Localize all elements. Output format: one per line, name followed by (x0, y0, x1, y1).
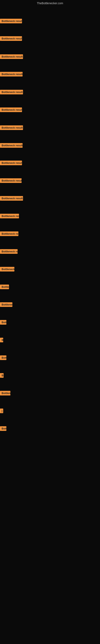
bottleneck-badge-row: Bottleneck result (0, 19, 22, 24)
bottleneck-badge-row: Bo (0, 373, 3, 378)
bottleneck-badge-row: Bottleneck result (0, 36, 22, 42)
bottleneck-badge-row: Bottleneck result (0, 90, 23, 95)
bottleneck-result-badge[interactable]: Bottleneck result (0, 54, 23, 59)
bottleneck-result-badge[interactable]: Bottleneck result (0, 36, 22, 41)
bottleneck-result-badge[interactable]: Bottlen (0, 391, 10, 396)
bottleneck-badge-row: Bottle (0, 284, 9, 290)
bottleneck-badge-row: Bott (0, 356, 6, 361)
bottleneck-badge-row: Bottleneck result (0, 178, 22, 184)
bottleneck-result-badge[interactable]: Bottleneck result (0, 196, 23, 201)
bottleneck-result-badge[interactable]: Bottleneck resu (0, 232, 18, 236)
bottleneck-result-badge[interactable]: Bottleneck result (0, 90, 23, 94)
bottleneck-badge-row: Bottleneck result (0, 143, 23, 148)
bottleneck-result-badge[interactable]: Bottleneck resu (0, 249, 18, 254)
bottleneck-result-badge[interactable]: Bottleneck result (0, 143, 23, 148)
bottleneck-badge-row: Bottleneck resu (0, 232, 18, 237)
bottleneck-badge-row: Bottlenec (0, 302, 12, 308)
bottleneck-badge-row: Bottleneck result (0, 126, 23, 131)
bottleneck-badge-row: Bottleneck result (0, 160, 22, 166)
bottleneck-result-badge[interactable]: Bo (0, 373, 3, 378)
bottleneck-badge-row: Bott (0, 320, 6, 326)
bottleneck-badge-row: Bott (0, 426, 6, 432)
bottleneck-badge-row: Bottleneck result (0, 196, 23, 202)
bottleneck-result-badge[interactable]: Bottleneck result (0, 178, 22, 183)
bottleneck-result-badge[interactable]: B (0, 338, 3, 342)
bottleneck-badge-row: B (0, 338, 3, 343)
bottleneck-result-badge[interactable]: | (0, 408, 3, 413)
bottleneck-result-badge[interactable]: Bottleneck result (0, 72, 23, 76)
bottleneck-result-badge[interactable]: Bott (0, 320, 6, 324)
bottleneck-result-badge[interactable]: Bottlenec (0, 302, 12, 307)
bottleneck-badge-row: Bottleneck result (0, 108, 22, 113)
bottleneck-badge-row: Bottleneck resu (0, 249, 18, 254)
bottleneck-result-badge[interactable]: Bottleneck (0, 267, 14, 272)
bottleneck-badge-row: Bottleneck result (0, 72, 23, 77)
bottleneck-result-badge[interactable]: Bottleneck result (0, 108, 22, 112)
bottleneck-result-badge[interactable]: Bott (0, 356, 6, 360)
bottleneck-badge-row: Bottleneck (0, 267, 14, 272)
bottleneck-badge-row: Bottleneck resu (0, 214, 19, 219)
bottleneck-badge-row: | (0, 408, 3, 414)
bottleneck-result-badge[interactable]: Bottleneck result (0, 19, 22, 23)
bottleneck-result-badge[interactable]: Bottleneck result (0, 160, 22, 165)
bottleneck-result-badge[interactable]: Bottleneck result (0, 126, 23, 130)
bottleneck-result-badge[interactable]: Bottle (0, 284, 9, 289)
bottleneck-result-badge[interactable]: Bott (0, 426, 6, 431)
bottleneck-badge-row: Bottlen (0, 391, 10, 396)
site-title: TheBottlenecker.com (0, 0, 100, 7)
bottleneck-result-badge[interactable]: Bottleneck resu (0, 214, 19, 218)
bottleneck-badge-row: Bottleneck result (0, 54, 23, 60)
